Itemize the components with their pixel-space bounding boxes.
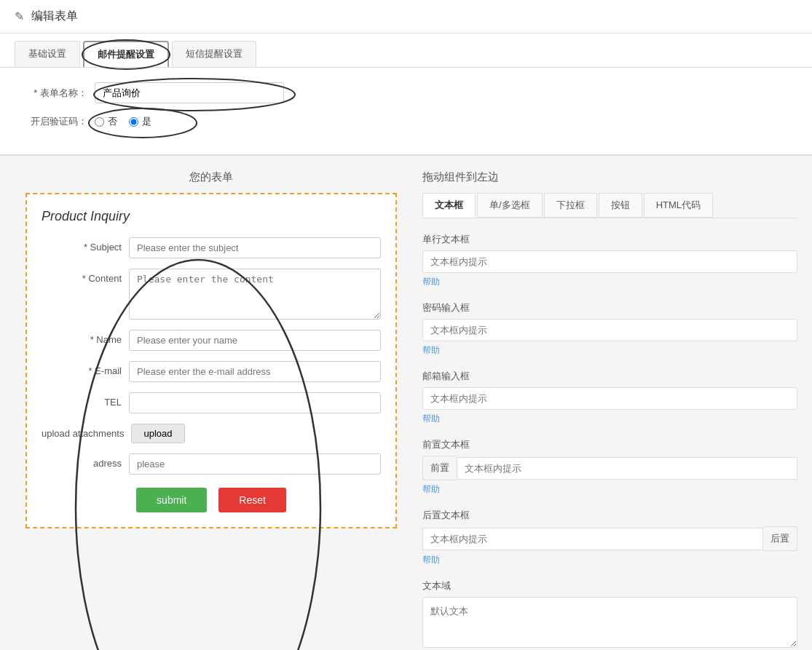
main-content: 您的表单 Product Inquiry * Subject * Content: [0, 156, 812, 650]
submit-button[interactable]: submit: [136, 488, 207, 512]
textarea-preview[interactable]: [422, 597, 797, 648]
prefix-label-text: 前置文本框: [422, 438, 797, 451]
captcha-no-radio[interactable]: [95, 117, 104, 127]
suffix-row: 后置: [422, 526, 797, 551]
email-comp-preview[interactable]: [422, 387, 797, 410]
form-name-row: * 表单名称： 产品询价: [22, 82, 790, 103]
form-settings-area: * 表单名称： 产品询价 开启验证码： 否 是: [0, 68, 812, 156]
comp-suffix: 后置文本框 后置 帮助: [422, 509, 797, 566]
content-label: * Content: [42, 269, 129, 284]
tel-label: TEL: [42, 392, 129, 408]
prefix-row: 前置: [422, 456, 797, 480]
tab-sms-reminder[interactable]: 短信提醒设置: [172, 41, 256, 67]
email-input[interactable]: [129, 361, 381, 382]
field-name: * Name: [42, 330, 381, 351]
form-buttons: submit Reset: [42, 488, 381, 512]
page-header: ✎ 编辑表单: [0, 0, 812, 33]
email-label: * E-mail: [42, 361, 129, 376]
prefix-help[interactable]: 帮助: [422, 483, 797, 496]
page-title: 编辑表单: [31, 9, 78, 24]
upload-label: upload attachments: [42, 424, 131, 439]
content-textarea[interactable]: [129, 269, 381, 320]
drag-panel: 拖动组件到左边 文本框 单/多选框 下拉框 按钮 HTML代码 单行文本框 帮助: [422, 170, 797, 650]
comp-tab-dropdown[interactable]: 下拉框: [544, 193, 597, 218]
single-text-preview[interactable]: [422, 250, 797, 273]
suffix-help[interactable]: 帮助: [422, 554, 797, 566]
comp-single-text: 单行文本框 帮助: [422, 233, 797, 288]
textarea-label-text: 文本域: [422, 579, 797, 592]
email-comp-label: 邮箱输入框: [422, 370, 797, 383]
your-form-panel: 您的表单 Product Inquiry * Subject * Content: [15, 170, 408, 650]
form-canvas: Product Inquiry * Subject * Content * Na…: [25, 193, 397, 528]
comp-email: 邮箱输入框 帮助: [422, 370, 797, 425]
address-label: adress: [42, 453, 129, 469]
prefix-prefix-label: 前置: [422, 456, 457, 480]
comp-password: 密码输入框 帮助: [422, 301, 797, 357]
comp-tab-html[interactable]: HTML代码: [644, 193, 713, 218]
address-input[interactable]: [129, 453, 381, 475]
password-preview[interactable]: [422, 319, 797, 341]
edit-icon: ✎: [15, 9, 24, 23]
prefix-input-preview[interactable]: [457, 457, 797, 480]
upload-button[interactable]: upload: [131, 424, 184, 443]
comp-tab-text[interactable]: 文本框: [422, 193, 476, 218]
password-help[interactable]: 帮助: [422, 344, 797, 357]
captcha-yes-option[interactable]: 是: [129, 115, 151, 128]
field-tel: TEL: [42, 392, 381, 413]
captcha-yes-radio[interactable]: [129, 117, 138, 127]
suffix-suffix-label: 后置: [763, 526, 797, 551]
name-label: * Name: [42, 330, 129, 345]
password-label: 密码输入框: [422, 301, 797, 314]
comp-textarea: 文本域: [422, 579, 797, 650]
component-tabs: 文本框 单/多选框 下拉框 按钮 HTML代码: [422, 193, 797, 218]
field-email: * E-mail: [42, 361, 381, 382]
email-comp-help[interactable]: 帮助: [422, 413, 797, 425]
suffix-input-preview[interactable]: [422, 528, 763, 550]
field-address: adress: [42, 453, 381, 475]
captcha-no-option[interactable]: 否: [95, 115, 117, 128]
tabs-bar: 基础设置 邮件提醒设置 短信提醒设置: [0, 33, 812, 68]
your-form-section-title: 您的表单: [189, 170, 233, 184]
form-name-label: * 表单名称：: [22, 87, 87, 100]
drag-panel-title: 拖动组件到左边: [422, 170, 797, 184]
tab-basic-settings[interactable]: 基础设置: [15, 41, 80, 67]
comp-tab-checkbox[interactable]: 单/多选框: [477, 193, 543, 218]
tab-email-reminder[interactable]: 邮件提醒设置: [83, 41, 169, 67]
subject-label: * Subject: [42, 237, 129, 253]
suffix-label-text: 后置文本框: [422, 509, 797, 522]
single-text-label: 单行文本框: [422, 233, 797, 246]
name-input[interactable]: [129, 330, 381, 351]
tel-input[interactable]: [129, 392, 381, 413]
comp-tab-button[interactable]: 按钮: [599, 193, 642, 218]
form-name-input[interactable]: 产品询价: [95, 82, 284, 103]
comp-prefix: 前置文本框 前置 帮助: [422, 438, 797, 496]
subject-input[interactable]: [129, 237, 381, 258]
captcha-label: 开启验证码：: [22, 115, 87, 128]
single-text-help[interactable]: 帮助: [422, 276, 797, 288]
captcha-row: 开启验证码： 否 是: [22, 115, 790, 128]
reset-button[interactable]: Reset: [218, 488, 286, 512]
field-upload: upload attachments upload: [42, 424, 381, 443]
field-subject: * Subject: [42, 237, 381, 258]
form-canvas-title: Product Inquiry: [42, 209, 381, 224]
field-content: * Content: [42, 269, 381, 320]
